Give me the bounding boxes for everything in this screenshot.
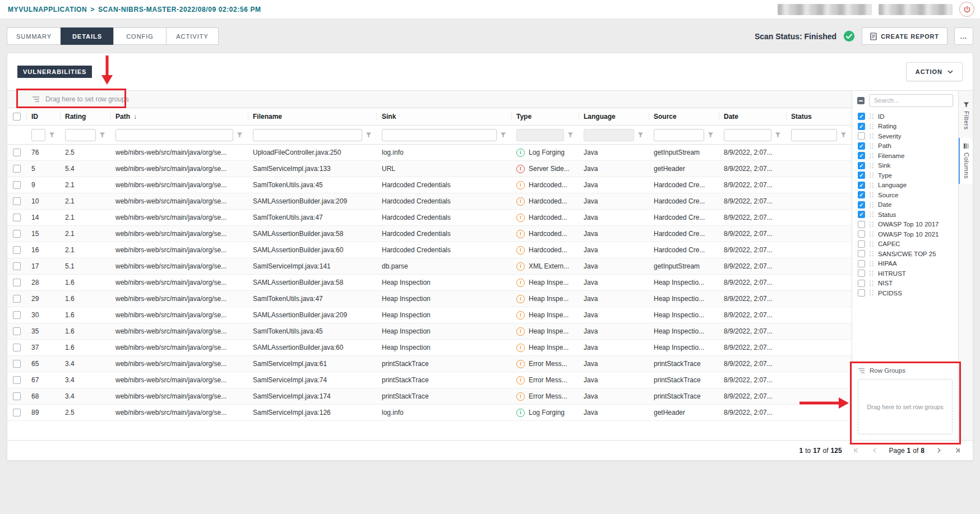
- filter-input-filename[interactable]: [253, 129, 362, 141]
- column-header-id[interactable]: ID: [26, 108, 60, 125]
- column-toggle-owasp-top-10-2017[interactable]: OWASP Top 10 2017: [852, 220, 958, 230]
- row-checkbox[interactable]: [13, 279, 21, 286]
- create-report-button[interactable]: CREATE REPORT: [862, 27, 947, 45]
- column-checkbox[interactable]: [858, 142, 865, 150]
- row-checkbox[interactable]: [13, 409, 21, 416]
- drag-grip-icon[interactable]: [869, 241, 874, 247]
- table-row[interactable]: 102.1web/nibrs-web/src/main/java/org/se.…: [7, 193, 852, 210]
- column-checkbox[interactable]: [858, 182, 865, 189]
- drag-grip-icon[interactable]: [869, 231, 874, 237]
- column-checkbox[interactable]: [858, 172, 865, 179]
- filter-menu-icon[interactable]: [840, 132, 847, 138]
- filter-input-language[interactable]: [584, 129, 634, 141]
- drag-grip-icon[interactable]: [869, 182, 874, 188]
- column-toggle-hipaa[interactable]: HIPAA: [852, 259, 958, 269]
- column-toggle-status[interactable]: Status: [852, 210, 958, 220]
- column-header-path[interactable]: Path↓: [110, 108, 248, 125]
- row-group-drop-bar[interactable]: Drag here to set row groups: [7, 91, 852, 108]
- row-groups-dropzone[interactable]: Drag here to set row groups: [858, 379, 953, 434]
- logout-button[interactable]: [959, 2, 974, 17]
- column-toggle-capec[interactable]: CAPEC: [852, 239, 958, 249]
- row-checkbox[interactable]: [13, 344, 21, 351]
- filter-menu-icon[interactable]: [708, 132, 714, 138]
- column-checkbox[interactable]: [858, 191, 865, 198]
- action-button[interactable]: ACTION: [906, 62, 963, 81]
- row-checkbox[interactable]: [13, 311, 21, 319]
- column-checkbox[interactable]: [858, 221, 865, 228]
- column-header-status[interactable]: Status: [786, 108, 852, 125]
- filter-input-sink[interactable]: [382, 129, 497, 141]
- column-toggle-sink[interactable]: Sink: [852, 161, 958, 171]
- row-checkbox[interactable]: [13, 246, 21, 254]
- drag-grip-icon[interactable]: [869, 270, 874, 276]
- drag-grip-icon[interactable]: [869, 251, 874, 257]
- filter-menu-icon[interactable]: [49, 132, 55, 138]
- table-row[interactable]: 291.6web/nibrs-web/src/main/java/org/se.…: [7, 291, 852, 307]
- drag-grip-icon[interactable]: [869, 143, 874, 149]
- column-header-rating[interactable]: Rating: [60, 108, 110, 125]
- column-checkbox[interactable]: [858, 260, 865, 267]
- column-toggle-sans-cwe-top-25[interactable]: SANS/CWE TOP 25: [852, 249, 958, 259]
- tab-config[interactable]: CONFIG: [113, 27, 166, 45]
- column-header-source[interactable]: Source: [649, 108, 719, 125]
- row-checkbox[interactable]: [13, 392, 21, 400]
- column-toggle-nist[interactable]: NIST: [852, 279, 958, 289]
- row-checkbox[interactable]: [13, 165, 21, 173]
- column-checkbox[interactable]: [858, 230, 865, 238]
- column-toggle-language[interactable]: Language: [852, 180, 958, 191]
- column-search-input[interactable]: [869, 94, 953, 107]
- table-row[interactable]: 653.4web/nibrs-web/src/main/java/org/se.…: [7, 356, 852, 372]
- filter-input-rating[interactable]: [65, 129, 96, 141]
- next-page-button[interactable]: [935, 446, 943, 455]
- table-row[interactable]: 351.6web/nibrs-web/src/main/java/org/se.…: [7, 323, 852, 340]
- filter-input-date[interactable]: [724, 129, 771, 141]
- table-row[interactable]: 92.1web/nibrs-web/src/main/java/org/se..…: [7, 177, 852, 193]
- column-header-filename[interactable]: Filename: [248, 108, 377, 125]
- column-checkbox[interactable]: [858, 289, 865, 297]
- column-checkbox[interactable]: [858, 250, 865, 257]
- filter-input-id[interactable]: [31, 129, 45, 141]
- filter-input-status[interactable]: [791, 129, 837, 141]
- column-toggle-path[interactable]: Path: [852, 141, 958, 151]
- row-checkbox[interactable]: [13, 149, 21, 156]
- select-all-rows-checkbox[interactable]: [13, 113, 21, 121]
- column-toggle-date[interactable]: Date: [852, 200, 958, 210]
- row-checkbox[interactable]: [13, 360, 21, 368]
- filter-menu-icon[interactable]: [775, 132, 781, 138]
- column-toggle-id[interactable]: ID: [852, 112, 958, 122]
- column-checkbox[interactable]: [858, 211, 865, 218]
- row-checkbox[interactable]: [13, 181, 21, 189]
- column-checkbox[interactable]: [858, 123, 865, 130]
- column-toggle-filename[interactable]: Filename: [852, 151, 958, 161]
- column-toggle-severity[interactable]: Severity: [852, 131, 958, 141]
- row-checkbox[interactable]: [13, 230, 21, 238]
- drag-grip-icon[interactable]: [869, 123, 874, 129]
- table-row[interactable]: 683.4web/nibrs-web/src/main/java/org/se.…: [7, 388, 852, 405]
- column-header-date[interactable]: Date: [719, 108, 786, 125]
- previous-page-button[interactable]: [871, 446, 879, 455]
- column-checkbox[interactable]: [858, 270, 865, 277]
- drag-grip-icon[interactable]: [869, 221, 874, 228]
- column-toggle-hitrust[interactable]: HITRUST: [852, 268, 958, 279]
- last-page-button[interactable]: [953, 446, 961, 455]
- filter-menu-icon[interactable]: [637, 132, 644, 138]
- filter-input-path[interactable]: [115, 129, 233, 141]
- drag-grip-icon[interactable]: [869, 261, 874, 267]
- breadcrumb-scan-link[interactable]: SCAN-NIBRS-MASTER-2022/08/09 02:02:56 PM: [98, 6, 261, 13]
- column-checkbox[interactable]: [858, 152, 865, 159]
- table-row[interactable]: 301.6web/nibrs-web/src/main/java/org/se.…: [7, 307, 852, 323]
- row-checkbox[interactable]: [13, 327, 21, 335]
- column-header-type[interactable]: Type: [511, 108, 579, 125]
- column-toggle-type[interactable]: Type: [852, 170, 958, 180]
- filter-menu-icon[interactable]: [366, 132, 372, 138]
- filter-input-type[interactable]: [516, 129, 564, 141]
- table-row[interactable]: 371.6web/nibrs-web/src/main/java/org/se.…: [7, 340, 852, 356]
- drag-grip-icon[interactable]: [869, 280, 874, 286]
- table-row[interactable]: 175.1web/nibrs-web/src/main/java/org/se.…: [7, 258, 852, 275]
- tab-details[interactable]: DETAILS: [61, 27, 113, 45]
- table-row[interactable]: 673.4web/nibrs-web/src/main/java/org/se.…: [7, 372, 852, 388]
- table-row[interactable]: 55.4web/nibrs-web/src/main/java/org/se..…: [7, 161, 852, 177]
- column-header-sink[interactable]: Sink: [377, 108, 511, 125]
- more-options-button[interactable]: ...: [954, 27, 973, 45]
- drag-grip-icon[interactable]: [869, 211, 874, 217]
